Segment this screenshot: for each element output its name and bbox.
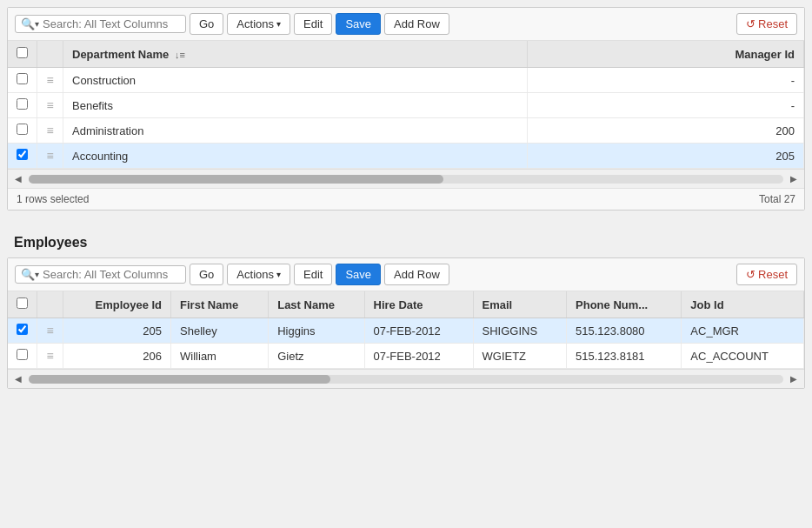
top-reset-arrow-icon: ↺ (746, 17, 755, 30)
top-scroll-right-icon[interactable]: ▶ (787, 172, 801, 185)
employees-edit-button[interactable]: Edit (294, 264, 332, 285)
emp-row-checkbox[interactable] (17, 324, 28, 335)
emp-scroll-right-icon[interactable]: ▶ (787, 372, 801, 385)
emp-employee-id-label: Employee Id (95, 298, 162, 311)
employees-table: Employee Id First Name Last Name Hire Da… (8, 291, 804, 369)
employees-scrollbar-row: ◀ ▶ (8, 369, 804, 388)
emp-header-last-name[interactable]: Last Name (269, 291, 364, 318)
top-search-input[interactable] (43, 17, 182, 30)
top-header-dept-name[interactable]: Department Name ↓≡ (63, 41, 528, 68)
top-scrollbar-row: ◀ ▶ (8, 169, 804, 188)
employees-actions-label: Actions (236, 268, 274, 281)
employees-go-label: Go (199, 268, 214, 281)
row-checkbox[interactable] (17, 149, 28, 160)
employees-save-button[interactable]: Save (336, 264, 381, 285)
row-checkbox-cell[interactable] (8, 68, 37, 93)
top-reset-label: Reset (758, 17, 788, 30)
employees-add-row-button[interactable]: Add Row (384, 264, 449, 285)
row-checkbox-cell[interactable] (8, 118, 37, 144)
top-table-wrap: Department Name ↓≡ Manager Id ≡ Construc… (8, 41, 804, 169)
top-status-bar: 1 rows selected Total 27 (8, 188, 804, 210)
top-toolbar: 🔍 ▾ Go Actions ▾ Edit Save Add Row ↺ Res… (8, 8, 804, 41)
employees-add-row-label: Add Row (394, 268, 440, 281)
emp-header-email[interactable]: Email (473, 291, 567, 318)
emp-header-first-name[interactable]: First Name (171, 291, 269, 318)
employees-search-icon: 🔍 (21, 268, 35, 281)
emp-row-job-id: AC_MGR (682, 318, 804, 344)
employees-search-chevron-icon: ▾ (35, 270, 39, 279)
top-search-icon-btn[interactable]: 🔍 ▾ (19, 17, 41, 30)
emp-scroll-thumb (29, 375, 330, 384)
emp-row-email: WGIETZ (473, 344, 567, 369)
top-scroll-track[interactable] (29, 175, 783, 184)
emp-email-label: Email (483, 298, 513, 311)
employees-search-wrap: 🔍 ▾ (15, 265, 186, 284)
hamburger-icon: ≡ (46, 73, 53, 87)
row-checkbox-cell[interactable] (8, 144, 37, 169)
top-edit-label: Edit (303, 17, 323, 30)
employees-save-label: Save (345, 268, 371, 281)
top-dept-name-label: Department Name (72, 48, 169, 61)
row-dept-name: Benefits (63, 93, 528, 118)
employees-actions-button[interactable]: Actions ▾ (227, 264, 290, 285)
emp-scroll-left-icon[interactable]: ◀ (11, 372, 25, 385)
top-total: Total 27 (759, 193, 795, 205)
top-reset-button[interactable]: ↺ Reset (736, 13, 797, 35)
emp-row-email: SHIGGINS (473, 318, 567, 344)
top-actions-button[interactable]: Actions ▾ (227, 13, 290, 35)
row-drag-cell: ≡ (37, 144, 63, 169)
emp-row-drag-cell: ≡ (37, 344, 63, 369)
emp-first-name-label: First Name (180, 298, 238, 311)
row-manager-id: 205 (528, 144, 804, 169)
emp-row-checkbox-cell[interactable] (8, 344, 37, 369)
top-table-panel: 🔍 ▾ Go Actions ▾ Edit Save Add Row ↺ Res… (7, 7, 805, 211)
row-drag-cell: ≡ (37, 68, 63, 93)
top-search-wrap: 🔍 ▾ (15, 15, 186, 33)
hamburger-icon: ≡ (46, 124, 53, 137)
employees-panel: 🔍 ▾ Go Actions ▾ Edit Save Add Row (7, 257, 805, 389)
emp-row-hire-date: 07-FEB-2012 (364, 318, 473, 344)
top-header-manager-id[interactable]: Manager Id (528, 41, 804, 68)
row-checkbox[interactable] (17, 73, 28, 84)
employees-go-button[interactable]: Go (190, 264, 223, 285)
row-checkbox-cell[interactable] (8, 93, 37, 118)
top-add-row-button[interactable]: Add Row (384, 13, 449, 35)
emp-row-employee-id: 205 (63, 318, 171, 344)
emp-scroll-track[interactable] (29, 375, 783, 384)
table-row: ≡ Benefits - (8, 93, 804, 118)
emp-row-checkbox-cell[interactable] (8, 318, 37, 344)
top-save-button[interactable]: Save (336, 13, 381, 35)
top-scroll-thumb (29, 175, 443, 184)
row-dept-name: Construction (63, 68, 528, 93)
search-chevron-icon: ▾ (35, 19, 39, 29)
table-row: ≡ 205 Shelley Higgins 07-FEB-2012 SHIGGI… (8, 318, 804, 344)
employees-search-icon-btn[interactable]: 🔍 ▾ (19, 268, 41, 281)
top-save-label: Save (345, 17, 371, 30)
table-row: ≡ Construction - (8, 68, 804, 93)
emp-header-job-id[interactable]: Job Id (682, 291, 804, 318)
row-manager-id: 200 (528, 118, 804, 144)
emp-row-checkbox[interactable] (17, 349, 28, 360)
top-edit-button[interactable]: Edit (294, 13, 332, 35)
emp-row-last-name: Higgins (269, 318, 364, 344)
emp-header-hire-date[interactable]: Hire Date (364, 291, 473, 318)
emp-header-phone-num[interactable]: Phone Num... (567, 291, 682, 318)
top-go-button[interactable]: Go (190, 13, 223, 35)
emp-row-first-name: William (171, 344, 269, 369)
employees-reset-arrow-icon: ↺ (746, 268, 755, 281)
row-checkbox[interactable] (17, 124, 28, 135)
top-actions-chevron-icon: ▾ (276, 19, 281, 29)
top-scroll-left-icon[interactable]: ◀ (11, 172, 25, 185)
employees-reset-button[interactable]: ↺ Reset (736, 264, 797, 285)
employees-search-input[interactable] (43, 268, 182, 281)
top-select-all-checkbox[interactable] (17, 47, 28, 58)
emp-header-checkbox-cell (8, 291, 37, 318)
row-checkbox[interactable] (17, 98, 28, 110)
emp-select-all-checkbox[interactable] (17, 297, 28, 309)
emp-header-employee-id[interactable]: Employee Id (63, 291, 171, 318)
emp-phone-num-label: Phone Num... (576, 298, 648, 311)
top-header-drag-cell (37, 41, 63, 68)
hamburger-icon: ≡ (46, 324, 53, 338)
employees-toolbar: 🔍 ▾ Go Actions ▾ Edit Save Add Row (8, 258, 804, 291)
employees-table-wrap: Employee Id First Name Last Name Hire Da… (8, 291, 804, 369)
